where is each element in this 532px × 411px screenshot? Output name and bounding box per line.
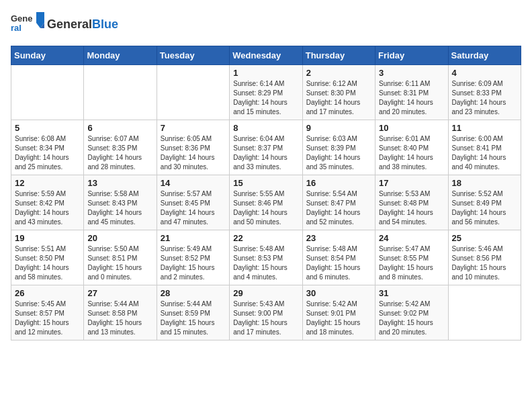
day-number: 12 xyxy=(15,178,80,188)
header-sunday: Sunday xyxy=(11,46,84,65)
calendar-cell: 13Sunrise: 5:58 AM Sunset: 8:43 PM Dayli… xyxy=(84,175,157,230)
day-number: 28 xyxy=(161,288,226,298)
day-info: Sunrise: 5:46 AM Sunset: 8:56 PM Dayligh… xyxy=(452,244,517,282)
calendar-cell xyxy=(157,65,229,120)
day-number: 3 xyxy=(379,68,444,78)
calendar-cell: 6Sunrise: 6:07 AM Sunset: 8:35 PM Daylig… xyxy=(84,120,157,175)
day-info: Sunrise: 6:03 AM Sunset: 8:39 PM Dayligh… xyxy=(306,134,371,172)
day-number: 11 xyxy=(452,123,517,133)
calendar-week-row: 12Sunrise: 5:59 AM Sunset: 8:42 PM Dayli… xyxy=(11,175,521,230)
day-number: 31 xyxy=(379,288,444,298)
calendar-cell: 16Sunrise: 5:54 AM Sunset: 8:47 PM Dayli… xyxy=(302,175,375,230)
page-header: Gene ral GeneralBlue xyxy=(11,11,521,38)
day-number: 21 xyxy=(161,233,226,243)
header-wednesday: Wednesday xyxy=(230,46,302,65)
day-info: Sunrise: 6:11 AM Sunset: 8:31 PM Dayligh… xyxy=(379,79,444,117)
day-number: 9 xyxy=(306,123,371,133)
calendar-cell: 26Sunrise: 5:45 AM Sunset: 8:57 PM Dayli… xyxy=(11,285,84,340)
day-number: 30 xyxy=(306,288,371,298)
calendar-table: SundayMondayTuesdayWednesdayThursdayFrid… xyxy=(11,46,521,340)
day-info: Sunrise: 6:08 AM Sunset: 8:34 PM Dayligh… xyxy=(15,134,80,172)
calendar-cell: 23Sunrise: 5:48 AM Sunset: 8:54 PM Dayli… xyxy=(302,230,375,285)
calendar-cell: 4Sunrise: 6:09 AM Sunset: 8:33 PM Daylig… xyxy=(448,65,521,120)
day-info: Sunrise: 5:54 AM Sunset: 8:47 PM Dayligh… xyxy=(306,189,371,227)
day-number: 6 xyxy=(87,123,152,133)
day-info: Sunrise: 5:47 AM Sunset: 8:55 PM Dayligh… xyxy=(379,244,444,282)
calendar-cell: 1Sunrise: 6:14 AM Sunset: 8:29 PM Daylig… xyxy=(230,65,302,120)
day-info: Sunrise: 6:09 AM Sunset: 8:33 PM Dayligh… xyxy=(452,79,517,117)
day-info: Sunrise: 5:44 AM Sunset: 8:58 PM Dayligh… xyxy=(87,300,152,337)
day-info: Sunrise: 6:12 AM Sunset: 8:30 PM Dayligh… xyxy=(306,79,371,117)
logo-blue: Blue xyxy=(92,17,118,31)
day-number: 1 xyxy=(233,68,298,78)
calendar-week-row: 19Sunrise: 5:51 AM Sunset: 8:50 PM Dayli… xyxy=(11,230,521,285)
calendar-cell: 27Sunrise: 5:44 AM Sunset: 8:58 PM Dayli… xyxy=(84,285,157,340)
calendar-cell: 18Sunrise: 5:52 AM Sunset: 8:49 PM Dayli… xyxy=(448,175,521,230)
logo-general: General xyxy=(47,17,92,31)
calendar-header-row: SundayMondayTuesdayWednesdayThursdayFrid… xyxy=(11,46,521,65)
day-info: Sunrise: 6:14 AM Sunset: 8:29 PM Dayligh… xyxy=(233,79,298,117)
calendar-week-row: 5Sunrise: 6:08 AM Sunset: 8:34 PM Daylig… xyxy=(11,120,521,175)
calendar-cell: 14Sunrise: 5:57 AM Sunset: 8:45 PM Dayli… xyxy=(157,175,229,230)
day-info: Sunrise: 5:55 AM Sunset: 8:46 PM Dayligh… xyxy=(233,189,298,227)
calendar-cell: 21Sunrise: 5:49 AM Sunset: 8:52 PM Dayli… xyxy=(157,230,229,285)
header-friday: Friday xyxy=(375,46,448,65)
calendar-cell: 31Sunrise: 5:42 AM Sunset: 9:02 PM Dayli… xyxy=(375,285,448,340)
logo-svg: Gene ral xyxy=(11,11,44,38)
logo: Gene ral GeneralBlue xyxy=(11,11,118,38)
calendar-cell: 25Sunrise: 5:46 AM Sunset: 8:56 PM Dayli… xyxy=(448,230,521,285)
day-number: 17 xyxy=(379,178,444,188)
day-info: Sunrise: 5:51 AM Sunset: 8:50 PM Dayligh… xyxy=(15,244,80,282)
svg-text:Gene: Gene xyxy=(11,13,33,24)
day-info: Sunrise: 5:58 AM Sunset: 8:43 PM Dayligh… xyxy=(87,189,152,227)
day-number: 27 xyxy=(87,288,152,298)
calendar-cell xyxy=(448,285,521,340)
day-number: 18 xyxy=(452,178,517,188)
day-info: Sunrise: 6:01 AM Sunset: 8:40 PM Dayligh… xyxy=(379,134,444,172)
day-number: 10 xyxy=(379,123,444,133)
calendar-cell: 12Sunrise: 5:59 AM Sunset: 8:42 PM Dayli… xyxy=(11,175,84,230)
calendar-cell: 11Sunrise: 6:00 AM Sunset: 8:41 PM Dayli… xyxy=(448,120,521,175)
day-info: Sunrise: 5:43 AM Sunset: 9:00 PM Dayligh… xyxy=(233,300,298,337)
day-number: 2 xyxy=(306,68,371,78)
header-thursday: Thursday xyxy=(302,46,375,65)
day-number: 29 xyxy=(233,288,298,298)
day-info: Sunrise: 6:07 AM Sunset: 8:35 PM Dayligh… xyxy=(87,134,152,172)
day-number: 15 xyxy=(233,178,298,188)
calendar-cell: 19Sunrise: 5:51 AM Sunset: 8:50 PM Dayli… xyxy=(11,230,84,285)
day-info: Sunrise: 5:42 AM Sunset: 9:01 PM Dayligh… xyxy=(306,300,371,337)
calendar-cell: 29Sunrise: 5:43 AM Sunset: 9:00 PM Dayli… xyxy=(230,285,302,340)
day-info: Sunrise: 6:00 AM Sunset: 8:41 PM Dayligh… xyxy=(452,134,517,172)
day-number: 25 xyxy=(452,233,517,243)
calendar-cell: 24Sunrise: 5:47 AM Sunset: 8:55 PM Dayli… xyxy=(375,230,448,285)
day-info: Sunrise: 5:44 AM Sunset: 8:59 PM Dayligh… xyxy=(161,300,226,337)
calendar-week-row: 26Sunrise: 5:45 AM Sunset: 8:57 PM Dayli… xyxy=(11,285,521,340)
calendar-cell: 2Sunrise: 6:12 AM Sunset: 8:30 PM Daylig… xyxy=(302,65,375,120)
day-number: 4 xyxy=(452,68,517,78)
calendar-cell: 20Sunrise: 5:50 AM Sunset: 8:51 PM Dayli… xyxy=(84,230,157,285)
day-info: Sunrise: 5:48 AM Sunset: 8:53 PM Dayligh… xyxy=(233,244,298,282)
header-monday: Monday xyxy=(84,46,157,65)
calendar-cell: 3Sunrise: 6:11 AM Sunset: 8:31 PM Daylig… xyxy=(375,65,448,120)
day-number: 24 xyxy=(379,233,444,243)
calendar-cell: 15Sunrise: 5:55 AM Sunset: 8:46 PM Dayli… xyxy=(230,175,302,230)
day-number: 20 xyxy=(87,233,152,243)
calendar-cell: 10Sunrise: 6:01 AM Sunset: 8:40 PM Dayli… xyxy=(375,120,448,175)
day-number: 23 xyxy=(306,233,371,243)
day-info: Sunrise: 5:49 AM Sunset: 8:52 PM Dayligh… xyxy=(161,244,226,282)
calendar-week-row: 1Sunrise: 6:14 AM Sunset: 8:29 PM Daylig… xyxy=(11,65,521,120)
day-number: 5 xyxy=(15,123,80,133)
day-info: Sunrise: 5:52 AM Sunset: 8:49 PM Dayligh… xyxy=(452,189,517,227)
day-info: Sunrise: 5:57 AM Sunset: 8:45 PM Dayligh… xyxy=(161,189,226,227)
calendar-cell: 7Sunrise: 6:05 AM Sunset: 8:36 PM Daylig… xyxy=(157,120,229,175)
day-info: Sunrise: 5:42 AM Sunset: 9:02 PM Dayligh… xyxy=(379,300,444,337)
calendar-cell: 17Sunrise: 5:53 AM Sunset: 8:48 PM Dayli… xyxy=(375,175,448,230)
calendar-cell: 30Sunrise: 5:42 AM Sunset: 9:01 PM Dayli… xyxy=(302,285,375,340)
calendar-cell: 8Sunrise: 6:04 AM Sunset: 8:37 PM Daylig… xyxy=(230,120,302,175)
day-number: 8 xyxy=(233,123,298,133)
day-info: Sunrise: 6:04 AM Sunset: 8:37 PM Dayligh… xyxy=(233,134,298,172)
day-info: Sunrise: 5:59 AM Sunset: 8:42 PM Dayligh… xyxy=(15,189,80,227)
day-number: 13 xyxy=(87,178,152,188)
day-info: Sunrise: 5:45 AM Sunset: 8:57 PM Dayligh… xyxy=(15,300,80,337)
day-number: 22 xyxy=(233,233,298,243)
